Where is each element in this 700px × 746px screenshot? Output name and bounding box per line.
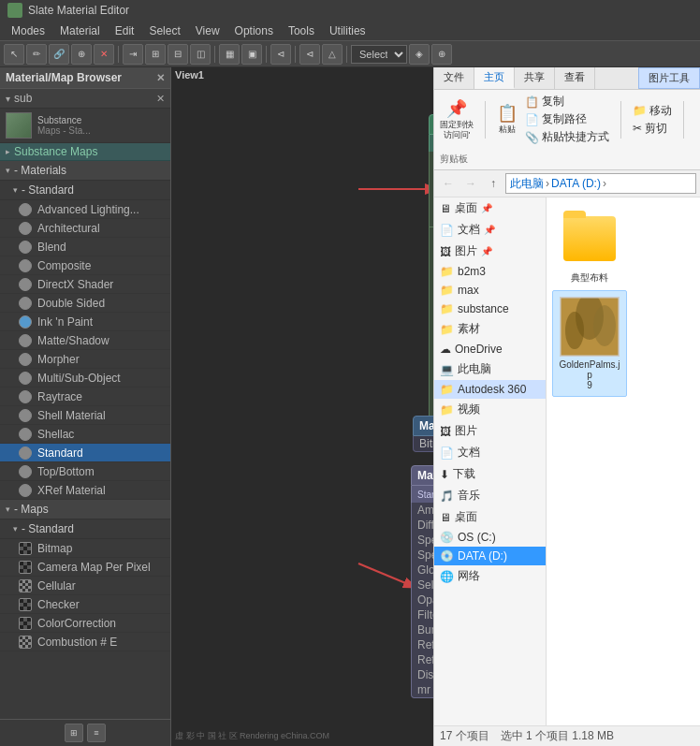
maps-section[interactable]: ▾ - Maps: [0, 500, 170, 519]
tree-video[interactable]: 📁 视频: [434, 399, 546, 420]
tool-13[interactable]: △: [322, 44, 343, 65]
menu-material[interactable]: Material: [52, 22, 108, 39]
address-bar[interactable]: 此电脑 › DATA (D:) ›: [505, 173, 696, 194]
menu-view[interactable]: View: [188, 22, 227, 39]
mat-composite[interactable]: Composite: [0, 256, 170, 275]
tool-15[interactable]: ⊕: [431, 44, 452, 65]
menu-edit[interactable]: Edit: [108, 22, 142, 39]
tool-8[interactable]: ◫: [190, 44, 211, 65]
tree-b2m3[interactable]: 📁 b2m3: [434, 262, 546, 281]
menu-tools[interactable]: Tools: [281, 22, 322, 39]
node-map15[interactable]: Map #15 — ✕ Substance main_input gunge_o…: [429, 114, 433, 423]
tree-desktop1[interactable]: 🖥 桌面 📌: [434, 197, 546, 219]
sub-close[interactable]: ✕: [156, 93, 165, 105]
tree-sucai[interactable]: 📁 素材: [434, 318, 546, 340]
nav-forward[interactable]: →: [460, 173, 481, 194]
tool-6[interactable]: ⊞: [145, 44, 166, 65]
ribbon-cut-btn[interactable]: ✂剪切: [633, 121, 672, 137]
mat-architectural[interactable]: Architectural: [0, 219, 170, 238]
mat-shell[interactable]: Shell Material: [0, 406, 170, 425]
tree-pics2[interactable]: 🖼 图片: [434, 420, 546, 442]
mat-double-sided[interactable]: Double Sided: [0, 294, 170, 313]
bottom-btn-2[interactable]: ≡: [87, 724, 106, 742]
tool-delete[interactable]: ✕: [94, 44, 114, 65]
app-icon: [7, 3, 22, 18]
mat-advanced-lighting[interactable]: Advanced Lighting...: [0, 200, 170, 219]
tool-9[interactable]: ▦: [219, 44, 240, 65]
ribbon-pasteshortcut-btn[interactable]: 📎粘贴快捷方式: [525, 129, 609, 145]
standard-subsection[interactable]: ▾ - Standard: [0, 181, 170, 200]
map-checker[interactable]: Checker: [0, 595, 170, 614]
tree-desktop2[interactable]: 🖥 桌面: [434, 506, 546, 528]
menu-utilities[interactable]: Utilities: [322, 22, 373, 39]
maps-standard-subsection[interactable]: ▾ - Standard: [0, 519, 170, 539]
tree-onedrive[interactable]: ☁ OneDrive: [434, 340, 546, 358]
tool-14[interactable]: ◈: [409, 44, 430, 65]
tab-view[interactable]: 查看: [555, 67, 595, 89]
nav-back[interactable]: ←: [438, 173, 459, 194]
tree-network[interactable]: 🌐 网络: [434, 565, 546, 587]
tree-pics1[interactable]: 🖼 图片 📌: [434, 241, 546, 262]
mat-top-bottom[interactable]: Top/Bottom: [0, 462, 170, 481]
mat-blend[interactable]: Blend: [0, 238, 170, 256]
crumb-computer[interactable]: 此电脑: [510, 176, 544, 192]
mat-multi[interactable]: Multi/Sub-Object: [0, 369, 170, 388]
tool-11[interactable]: ⊲: [270, 44, 291, 65]
tool-3[interactable]: 🔗: [49, 44, 69, 65]
tree-download[interactable]: ⬇ 下载: [434, 463, 546, 485]
select-arrow-tool[interactable]: ↖: [4, 44, 24, 65]
substance-entry[interactable]: Substance Maps - Sta...: [0, 109, 170, 143]
file-goldenpalms[interactable]: GoldenPalms.jp9: [552, 290, 627, 397]
tool-7[interactable]: ⊟: [168, 44, 188, 65]
tab-picture-tools[interactable]: 图片工具: [638, 67, 700, 89]
bottom-btn-1[interactable]: ⊞: [65, 724, 83, 742]
panel-close[interactable]: ✕: [156, 72, 165, 84]
map-cellular[interactable]: Cellular: [0, 577, 170, 595]
tree-max[interactable]: 📁 max: [434, 281, 546, 300]
tab-file[interactable]: 文件: [434, 67, 474, 89]
mat-ink-paint[interactable]: Ink 'n Paint: [0, 313, 170, 331]
tool-4[interactable]: ⊕: [71, 44, 92, 65]
mat-matte[interactable]: Matte/Shadow: [0, 331, 170, 350]
tree-datad[interactable]: 💿 DATA (D:): [434, 547, 546, 565]
tree-docs2[interactable]: 📄 文档: [434, 442, 546, 463]
map-combustion[interactable]: Combustion # E: [0, 633, 170, 651]
nav-up[interactable]: ↑: [483, 173, 503, 194]
mat-standard[interactable]: Standard: [0, 444, 170, 462]
map-colorcorrection[interactable]: ColorCorrection: [0, 614, 170, 633]
map-camera[interactable]: Camera Map Per Pixel: [0, 558, 170, 577]
menu-options[interactable]: Options: [227, 22, 281, 39]
crumb-data[interactable]: DATA (D:): [551, 177, 601, 190]
tree-autodesk360[interactable]: 📁 Autodesk 360: [434, 380, 546, 399]
tab-home[interactable]: 主页: [474, 67, 515, 89]
mat-raytrace[interactable]: Raytrace: [0, 388, 170, 406]
tool-10[interactable]: ▣: [241, 44, 262, 65]
ribbon-move-btn[interactable]: 📁移动: [633, 103, 672, 119]
select-dropdown[interactable]: Select: [351, 45, 407, 64]
substance-maps-section[interactable]: ▸ Substance Maps: [0, 143, 170, 161]
map-bitmap[interactable]: Bitmap: [0, 539, 170, 558]
mat-directx[interactable]: DirectX Shader: [0, 275, 170, 294]
menu-modes[interactable]: Modes: [4, 22, 52, 39]
tree-docs1[interactable]: 📄 文档 📌: [434, 219, 546, 241]
tool-12[interactable]: ⊲: [299, 44, 320, 65]
materials-section[interactable]: ▾ - Materials: [0, 161, 170, 181]
tree-substance[interactable]: 📁 substance: [434, 300, 546, 318]
tab-share[interactable]: 共享: [515, 67, 555, 89]
mat-xref[interactable]: XRef Material: [0, 481, 170, 500]
file-typical-cloth[interactable]: 典型布料: [552, 203, 627, 290]
tree-music[interactable]: 🎵 音乐: [434, 485, 546, 506]
computer-icon: 💻: [440, 363, 454, 376]
menu-select[interactable]: Select: [141, 22, 187, 39]
tool-2[interactable]: ✏: [26, 44, 47, 65]
node-map16[interactable]: Map #16 — ✕ Bitmap: [413, 416, 433, 452]
mat-shellac[interactable]: Shellac: [0, 425, 170, 444]
ribbon-copy-btn[interactable]: 📋复制: [525, 94, 609, 110]
mat-morpher[interactable]: Morpher: [0, 350, 170, 369]
tree-osc[interactable]: 💿 OS (C:): [434, 528, 546, 547]
ribbon-paste[interactable]: 📋 粘贴: [497, 103, 518, 136]
tool-5[interactable]: ⇥: [123, 44, 143, 65]
tree-computer[interactable]: 💻 此电脑: [434, 358, 546, 380]
ribbon-copypath-btn[interactable]: 📄复制路径: [525, 111, 609, 127]
node-material26[interactable]: Material #26 — ✕ Standard Ambient Color …: [411, 465, 433, 698]
